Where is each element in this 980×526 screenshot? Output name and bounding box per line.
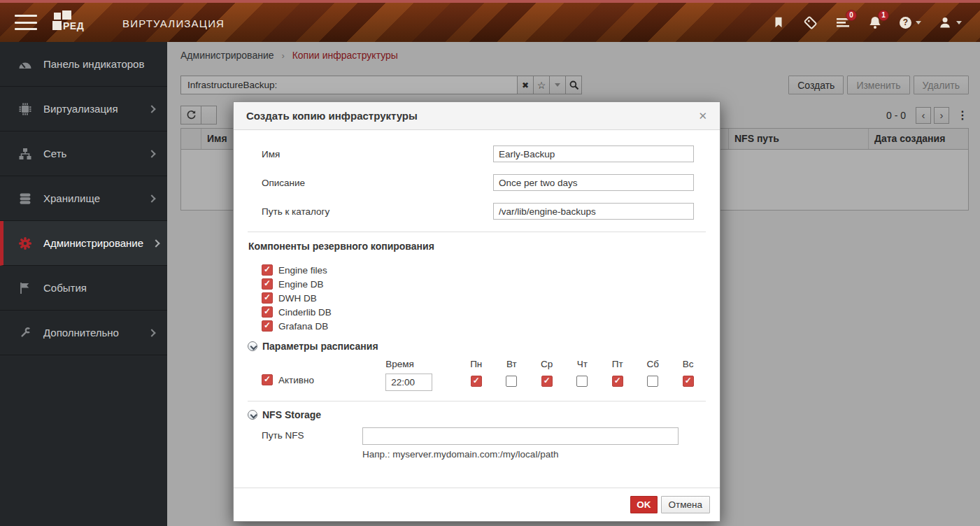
nfs-path-hint: Напр.: myserver.mydomain.com:/my/local/p… <box>362 449 679 460</box>
hamburger-menu-icon[interactable] <box>15 15 37 30</box>
chip-icon <box>17 101 33 117</box>
app-window: РЕД ВИРТУАЛИЗАЦИЯ 0 1 ? <box>0 0 980 526</box>
cinderlib-db-checkbox[interactable] <box>262 306 273 318</box>
tasks-icon[interactable]: 0 <box>835 15 851 30</box>
sidebar-item-label: Сеть <box>43 148 66 159</box>
day-label: Сб <box>647 359 659 369</box>
schedule-section-header[interactable]: Параметры расписания <box>248 341 706 352</box>
tag-icon[interactable] <box>803 15 818 30</box>
day-label: Чт <box>577 359 588 369</box>
cancel-button[interactable]: Отмена <box>661 496 710 513</box>
sidebar-item-network[interactable]: Сеть <box>0 132 167 176</box>
nfs-field: Напр.: myserver.mydomain.com:/my/local/p… <box>362 427 679 460</box>
chevron-down-icon <box>916 21 921 27</box>
weekday-checkboxes: Пн Вт Ср Чт <box>459 359 706 391</box>
checkbox-label: Engine DB <box>278 279 324 290</box>
component-row: Cinderlib DB <box>248 305 706 319</box>
time-block: Время <box>385 359 450 391</box>
active-checkbox[interactable] <box>262 374 273 385</box>
form-row-path: Путь к каталогу <box>248 203 706 220</box>
sunday-checkbox[interactable] <box>683 376 694 387</box>
name-label: Имя <box>248 149 493 159</box>
bookmark-icon[interactable] <box>771 15 786 30</box>
time-label: Время <box>385 359 450 369</box>
database-icon <box>17 191 33 206</box>
thursday-checkbox[interactable] <box>576 376 588 387</box>
name-input[interactable] <box>493 145 694 162</box>
dwh-db-checkbox[interactable] <box>262 292 273 304</box>
checkbox-label: Grafana DB <box>278 321 328 332</box>
sidebar-item-advanced[interactable]: Дополнительно <box>0 311 167 355</box>
day-saturday: Сб <box>635 359 671 391</box>
engine-db-checkbox[interactable] <box>262 278 273 290</box>
checkbox-label: Cinderlib DB <box>278 307 332 318</box>
component-row: Engine files <box>248 263 706 277</box>
nfs-path-label: Путь NFS <box>248 427 362 460</box>
divider <box>248 401 706 401</box>
user-icon <box>938 15 952 29</box>
close-icon: ✕ <box>698 110 707 122</box>
day-label: Пн <box>470 359 482 369</box>
friday-checkbox[interactable] <box>612 376 623 387</box>
sidebar-item-virtualization[interactable]: Виртуализация <box>0 87 167 132</box>
ok-button[interactable]: OK <box>630 496 657 513</box>
wednesday-checkbox[interactable] <box>541 376 553 387</box>
sidebar-item-label: События <box>43 282 87 294</box>
modal-footer: OK Отмена <box>234 488 720 521</box>
help-menu[interactable]: ? <box>900 15 921 30</box>
description-input[interactable] <box>493 174 694 191</box>
collapse-icon[interactable] <box>248 341 257 351</box>
gear-icon <box>17 236 33 251</box>
day-label: Вт <box>506 359 517 369</box>
collapse-icon[interactable] <box>248 410 257 420</box>
sidebar-item-label: Хранилище <box>43 192 100 204</box>
chevron-down-icon <box>956 21 962 27</box>
sidebar-item-label: Панель индикаторов <box>43 58 144 70</box>
grafana-db-checkbox[interactable] <box>262 320 273 332</box>
chevron-right-icon <box>152 239 159 247</box>
path-input[interactable] <box>493 203 694 220</box>
sidebar-item-storage[interactable]: Хранилище <box>0 176 167 221</box>
chevron-right-icon <box>148 150 155 157</box>
component-row: Engine DB <box>248 277 706 291</box>
nfs-path-input[interactable] <box>362 427 679 445</box>
topbar-actions: 0 1 ? <box>771 15 962 30</box>
day-friday: Пт <box>600 359 636 391</box>
tuesday-checkbox[interactable] <box>506 376 517 387</box>
sidebar-item-label: Дополнительно <box>43 327 119 339</box>
sidebar-item-administration[interactable]: Администрирование <box>0 221 167 266</box>
wrench-icon <box>17 325 33 341</box>
day-tuesday: Вт <box>494 359 530 391</box>
day-sunday: Вс <box>671 359 706 391</box>
time-input[interactable] <box>385 374 432 391</box>
monday-checkbox[interactable] <box>471 376 482 387</box>
sidebar: Панель индикаторов Виртуализация Сеть Хр… <box>0 42 167 526</box>
component-row: DWH DB <box>248 291 706 305</box>
modal-header: Создать копию инфраструктуры ✕ <box>234 102 720 130</box>
logo-square-icon <box>62 10 71 20</box>
logo-square-icon <box>54 13 61 20</box>
description-label: Описание <box>248 178 493 188</box>
user-menu[interactable] <box>938 15 962 30</box>
close-button[interactable]: ✕ <box>698 110 707 122</box>
brand-logo: РЕД <box>52 11 106 34</box>
logo-text: РЕД <box>63 20 84 31</box>
components-list: Engine files Engine DB DWH DB Cinderlib … <box>248 263 706 333</box>
saturday-checkbox[interactable] <box>647 376 658 387</box>
nfs-section-header[interactable]: NFS Storage <box>248 409 706 420</box>
alerts-badge: 1 <box>878 10 889 21</box>
sidebar-item-dashboard[interactable]: Панель индикаторов <box>0 42 167 87</box>
chevron-right-icon <box>148 329 155 336</box>
day-label: Вс <box>683 359 694 369</box>
chevron-right-icon <box>148 105 155 113</box>
sidebar-item-label: Виртуализация <box>43 103 118 115</box>
engine-files-checkbox[interactable] <box>262 264 273 276</box>
active-label: Активно <box>278 375 314 385</box>
help-icon: ? <box>900 17 911 29</box>
alerts-bell-icon[interactable]: 1 <box>867 15 883 30</box>
sitemap-icon <box>17 146 33 162</box>
modal-body: Имя Описание Путь к каталогу Компоненты … <box>234 130 720 460</box>
create-backup-modal: Создать копию инфраструктуры ✕ Имя Описа… <box>233 101 720 522</box>
checkbox-label: DWH DB <box>278 293 317 304</box>
sidebar-item-events[interactable]: События <box>0 266 167 311</box>
